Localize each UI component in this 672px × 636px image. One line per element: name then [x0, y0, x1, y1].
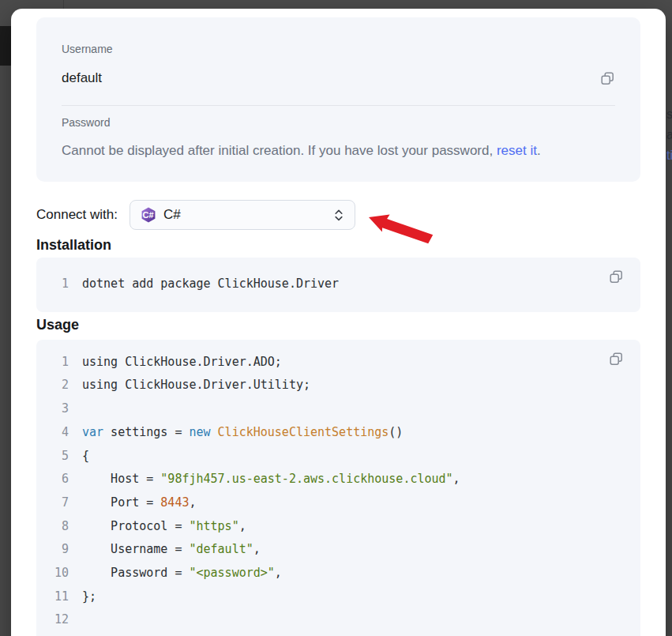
code-text: Host = "98fjh457.us-east-2.aws.clickhous… — [82, 468, 460, 491]
csharp-logo-icon: C# — [141, 207, 156, 223]
installation-heading: Installation — [36, 237, 640, 254]
connect-with-label: Connect with: — [36, 207, 118, 223]
code-text: { — [82, 445, 89, 469]
line-number: 10 — [36, 562, 69, 585]
backdrop-sidebar-fragment — [0, 26, 11, 66]
copy-installation-code-button[interactable] — [609, 269, 624, 284]
code-text: Protocol = "https", — [82, 515, 246, 539]
copy-icon — [609, 352, 624, 367]
line-number: 1 — [36, 273, 69, 296]
language-select[interactable]: C# C# — [130, 200, 355, 230]
svg-text:C#: C# — [143, 210, 154, 220]
username-row: default — [62, 70, 615, 87]
code-line: 2using ClickHouse.Driver.Utility; — [36, 374, 640, 397]
line-number: 4 — [36, 421, 69, 445]
code-line: 7 Port = 8443, — [36, 491, 640, 515]
line-number: 7 — [36, 491, 69, 515]
code-text: Username = "default", — [82, 538, 261, 562]
code-line: 10 Password = "<password>", — [36, 562, 640, 585]
copy-usage-code-button[interactable] — [609, 352, 624, 367]
line-number: 11 — [36, 585, 69, 609]
code-line: 5{ — [36, 445, 640, 469]
copy-icon — [609, 269, 624, 284]
code-text: var settings = new ClickHouseClientSetti… — [82, 421, 403, 445]
username-value: default — [62, 70, 102, 87]
reset-password-link[interactable]: reset it — [497, 143, 537, 158]
credentials-card: Username default Password Cannot be disp… — [36, 17, 640, 182]
line-number: 8 — [36, 515, 69, 539]
code-line: 1using ClickHouse.Driver.ADO; — [36, 351, 640, 374]
password-note-period: . — [537, 143, 541, 158]
username-label: Username — [62, 43, 615, 55]
code-text: }; — [82, 585, 96, 609]
code-text: Password = "<password>", — [82, 562, 282, 585]
chevron-up-down-icon — [333, 208, 344, 223]
line-number: 12 — [36, 608, 69, 632]
line-number: 9 — [36, 538, 69, 562]
password-label: Password — [62, 116, 615, 129]
copy-username-button[interactable] — [600, 71, 615, 86]
background-text-fragment: s — [666, 107, 672, 122]
code-text: dotnet add package ClickHouse.Driver — [82, 273, 339, 296]
usage-heading: Usage — [36, 317, 640, 333]
line-number: 2 — [36, 374, 69, 397]
code-line: 4var settings = new ClickHouseClientSett… — [36, 421, 640, 445]
code-line: 1dotnet add package ClickHouse.Driver — [36, 273, 640, 296]
connect-with-row: Connect with: C# C# — [36, 200, 640, 230]
password-note: Cannot be displayed after initial creati… — [62, 142, 615, 160]
line-number: 3 — [36, 397, 69, 421]
password-note-text: Cannot be displayed after initial creati… — [62, 143, 497, 158]
installation-code-block: 1dotnet add package ClickHouse.Driver — [36, 258, 640, 312]
connection-details-modal: Username default Password Cannot be disp… — [11, 9, 666, 636]
code-line: 3 — [36, 397, 640, 421]
backdrop-divider-fragment — [63, 0, 64, 9]
code-line: 11}; — [36, 585, 640, 609]
copy-icon — [600, 71, 615, 86]
background-text-fragment: a — [666, 128, 672, 142]
usage-code: 1using ClickHouse.Driver.ADO;2using Clic… — [36, 351, 640, 632]
line-number: 1 — [36, 351, 69, 374]
code-line: 9 Username = "default", — [36, 538, 640, 562]
installation-code: 1dotnet add package ClickHouse.Driver — [36, 273, 640, 296]
code-text: using ClickHouse.Driver.ADO; — [82, 351, 282, 374]
line-number: 6 — [36, 468, 69, 491]
line-number: 5 — [36, 445, 69, 469]
code-line: 8 Protocol = "https", — [36, 515, 640, 539]
code-line: 12 — [36, 608, 640, 632]
code-line: 6 Host = "98fjh457.us-east-2.aws.clickho… — [36, 468, 640, 491]
usage-code-block: 1using ClickHouse.Driver.ADO;2using Clic… — [36, 340, 640, 636]
language-select-value: C# — [163, 207, 181, 223]
divider — [62, 105, 615, 106]
code-text: using ClickHouse.Driver.Utility; — [82, 374, 310, 397]
background-text-fragment: ti — [666, 149, 672, 163]
code-text: Port = 8443, — [82, 491, 197, 515]
